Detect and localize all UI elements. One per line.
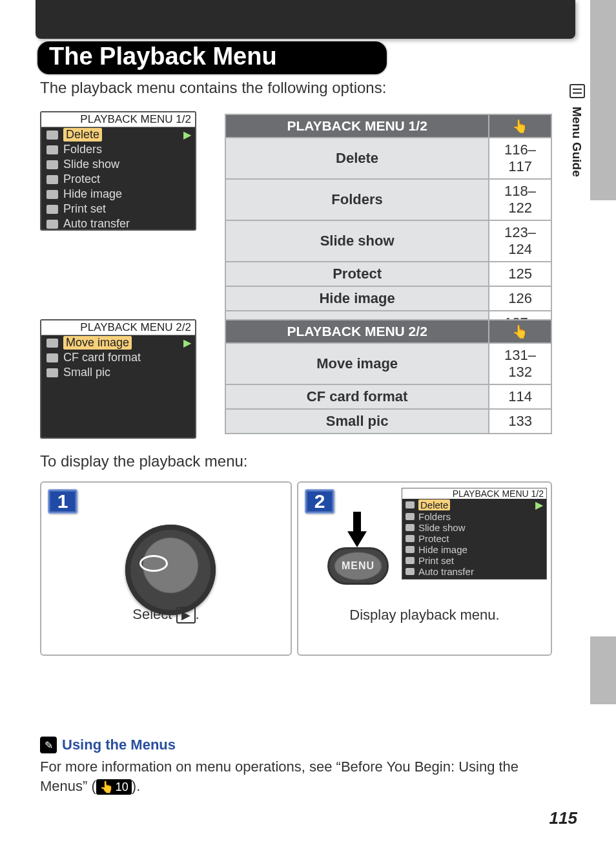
- hide-icon: [406, 546, 415, 553]
- mini-cam-title: PLAYBACK MENU 1/2: [402, 488, 546, 499]
- hand-icon: 👆: [512, 324, 528, 339]
- step-2-caption: Display playback menu.: [298, 607, 551, 624]
- option-name: Small pic: [225, 409, 489, 434]
- cam1-item-autotransfer: Auto transfer: [41, 216, 195, 231]
- note-body: For more information on menu operations,…: [40, 757, 555, 795]
- trash-icon: [46, 131, 58, 140]
- card-icon: [46, 353, 58, 362]
- mini-item-label: Auto transfer: [418, 566, 474, 577]
- camera-screen-1-title: PLAYBACK MENU 1/2: [41, 112, 195, 127]
- camera-screen-2: PLAYBACK MENU 2/2 Move image▶ CF card fo…: [40, 319, 196, 439]
- to-display-text: To display the playback menu:: [40, 452, 248, 470]
- side-section-label: Menu Guide: [570, 107, 584, 177]
- cam1-item-label: Slide show: [63, 158, 119, 171]
- cam2-item-label: CF card format: [63, 351, 141, 364]
- option-name: CF card format: [225, 384, 489, 409]
- option-name: Delete: [225, 138, 489, 179]
- cam1-item-delete: Delete▶: [41, 127, 195, 142]
- option-pages: 131–132: [489, 343, 551, 384]
- right-thumb-tab-bottom: [590, 636, 616, 704]
- cam1-item-printset: Print set: [41, 202, 195, 216]
- option-name: Folders: [225, 179, 489, 220]
- cam1-item-folders: Folders: [41, 142, 195, 157]
- table2-header: PLAYBACK MENU 2/2: [225, 320, 489, 343]
- mini-item: Protect: [402, 533, 546, 544]
- print-icon: [46, 205, 58, 214]
- mini-item-label: Protect: [418, 533, 449, 544]
- option-pages: 114: [489, 384, 551, 409]
- option-pages: 116–117: [489, 138, 551, 179]
- table-row: Small pic133: [225, 409, 551, 434]
- info-icon: ✎: [40, 737, 57, 753]
- chevron-right-icon: ▶: [183, 337, 191, 349]
- mini-item: Delete▶: [402, 499, 546, 511]
- cam2-item-label: Small pic: [63, 366, 110, 379]
- down-arrow-icon: [347, 512, 367, 547]
- key-icon: [46, 175, 58, 184]
- mini-item-label: Print set: [418, 555, 454, 566]
- chevron-right-icon: ▶: [183, 129, 191, 141]
- cam1-item-label: Print set: [63, 202, 106, 216]
- playback-menu-table-2: PLAYBACK MENU 2/2 👆 Move image131–132 CF…: [225, 319, 552, 434]
- page-number: 115: [549, 808, 577, 828]
- step-1-caption: Select ▶.: [41, 606, 291, 624]
- option-pages: 133: [489, 409, 551, 434]
- option-name: Protect: [225, 262, 489, 286]
- step1-caption-prefix: Select: [132, 606, 176, 622]
- step1-caption-suffix: .: [196, 606, 200, 622]
- step-1-badge: 1: [48, 489, 77, 514]
- playback-icon: ▶: [176, 607, 196, 624]
- option-pages: 118–122: [489, 179, 551, 220]
- mini-item-label: Hide image: [418, 544, 467, 555]
- cam1-item-label: Hide image: [63, 187, 122, 201]
- mode-dial-illustration: [125, 525, 216, 615]
- option-name: Hide image: [225, 286, 489, 311]
- step-2-badge: 2: [305, 489, 334, 514]
- dial-highlight-ellipse: [139, 555, 168, 572]
- print-icon: [406, 557, 415, 564]
- mini-item-label: Folders: [418, 511, 451, 522]
- page-ref-icon-header: 👆: [489, 320, 551, 343]
- table-row: Slide show123–124: [225, 220, 551, 262]
- mini-camera-screen: PLAYBACK MENU 1/2 Delete▶ Folders Slide …: [402, 488, 547, 580]
- cam1-item-label: Auto transfer: [63, 217, 130, 231]
- cam2-item-smallpic: Small pic: [41, 365, 195, 380]
- note-title: Using the Menus: [62, 737, 176, 753]
- menu-button-illustration: MENU: [327, 547, 389, 585]
- page-heading: The Playback Menu: [36, 40, 388, 76]
- folder-icon: [46, 145, 58, 154]
- transfer-icon: [406, 568, 415, 575]
- table-row: CF card format114: [225, 384, 551, 409]
- cam2-item-label: Move image: [63, 336, 132, 350]
- cam1-item-hide: Hide image: [41, 187, 195, 202]
- move-icon: [46, 339, 58, 348]
- option-name: Move image: [225, 343, 489, 384]
- folder-icon: [406, 513, 415, 520]
- cam1-item-label: Folders: [63, 143, 102, 156]
- cam1-item-slideshow: Slide show: [41, 157, 195, 172]
- camera-screen-2-title: PLAYBACK MENU 2/2: [41, 320, 195, 335]
- slideshow-icon: [406, 524, 415, 531]
- key-icon: [406, 535, 415, 542]
- transfer-icon: [46, 220, 58, 229]
- cam2-item-move: Move image▶: [41, 335, 195, 350]
- mini-item: Print set: [402, 555, 546, 566]
- table1-header: PLAYBACK MENU 1/2: [225, 114, 489, 138]
- note-body-b: ).: [132, 778, 140, 794]
- table-row: Delete116–117: [225, 138, 551, 179]
- mini-item: Hide image: [402, 544, 546, 555]
- hand-icon: 👆: [99, 779, 114, 795]
- page-ref-badge: 👆 10: [96, 779, 132, 795]
- mini-item-label: Slide show: [418, 522, 466, 533]
- hide-icon: [46, 190, 58, 199]
- option-pages: 125: [489, 262, 551, 286]
- step-1-box: 1 Select ▶.: [40, 481, 292, 656]
- menu-section-icon: [570, 84, 585, 98]
- cam1-item-label: Protect: [63, 173, 100, 186]
- mini-item: Folders: [402, 511, 546, 522]
- intro-text: The playback menu contains the following…: [40, 79, 386, 97]
- table-row: Move image131–132: [225, 343, 551, 384]
- mini-item: Auto transfer: [402, 566, 546, 577]
- cam1-item-label: Delete: [63, 128, 102, 142]
- table-row: Protect125: [225, 262, 551, 286]
